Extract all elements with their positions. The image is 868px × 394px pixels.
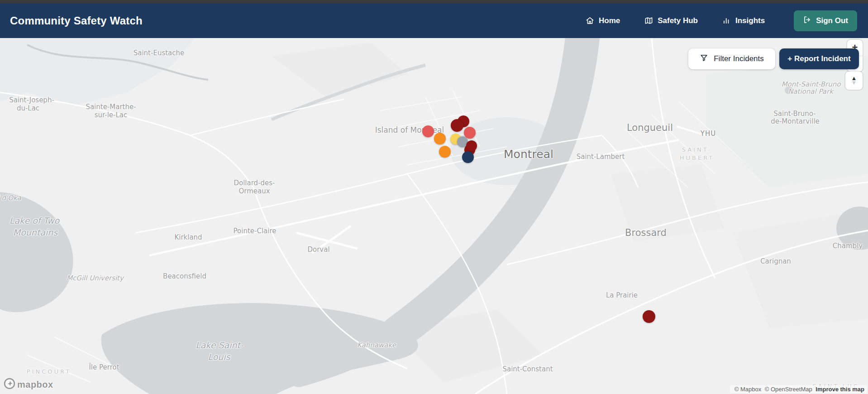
map-label: SAINT- (682, 146, 712, 153)
incident-marker-red[interactable] (464, 127, 476, 139)
nav-item-safety-hub[interactable]: Safety Hub (644, 16, 698, 25)
filter-incidents-label: Filter Incidents (714, 54, 764, 63)
incident-marker-dark_red[interactable] (451, 119, 463, 132)
map-label: Mountains (13, 227, 57, 237)
home-icon (586, 16, 594, 25)
sign-out-icon (803, 15, 811, 26)
map-label: Chambly (833, 242, 863, 250)
filter-funnel-icon (700, 53, 708, 64)
map-label: Saint-Constant (502, 365, 553, 373)
main-nav: Home Safety Hub Insights Sign Out (586, 10, 857, 31)
map-label: HUBERT (680, 154, 714, 161)
app-header: Community Safety Watch Home Safety Hub I… (0, 3, 868, 38)
map-label: Dorval (307, 245, 329, 254)
map-label: Carignan (760, 257, 791, 265)
bar-chart-icon (722, 16, 731, 25)
map-label: al d'Oka (0, 194, 21, 202)
map-label: de-Montarville (771, 117, 820, 125)
nav-item-label: Safety Hub (658, 16, 698, 25)
map-label: sur-le-Lac (95, 111, 128, 119)
map-label: National Park (788, 87, 833, 96)
map-label: Brossard (625, 227, 667, 238)
map-label: YHU (701, 130, 716, 138)
mapbox-logo-link[interactable]: mapbox (4, 378, 53, 391)
map-label: Louis (208, 352, 230, 362)
nav-item-insights[interactable]: Insights (722, 16, 765, 25)
map-icon (644, 16, 653, 25)
filter-incidents-button[interactable]: Filter Incidents (688, 48, 775, 69)
mapbox-logo-word: mapbox (17, 380, 53, 390)
map-label: Beaconsfield (163, 272, 206, 280)
map-label: Saint-Eustache (134, 49, 185, 57)
app-title: Community Safety Watch (10, 14, 143, 27)
map-label: Kirkland (174, 233, 202, 241)
sign-out-button[interactable]: Sign Out (794, 10, 857, 31)
incident-marker-orange[interactable] (439, 146, 451, 158)
map-label: du-Lac (17, 104, 39, 112)
map-label: Ormeaux (238, 187, 270, 195)
map-label: Longueuil (627, 122, 673, 133)
map-compass-button[interactable]: ▲ ▼ (845, 72, 863, 90)
incident-marker-dark_red[interactable] (643, 310, 655, 323)
map-label: Saint-Bruno- (773, 110, 816, 118)
sign-out-label: Sign Out (816, 16, 848, 25)
report-incident-button[interactable]: + Report Incident (779, 48, 859, 69)
map-label: Kahnawake (357, 341, 396, 349)
map-label: Pointe-Claire (234, 227, 277, 235)
report-incident-label: + Report Incident (787, 54, 850, 63)
map-label: Saint-Lambert (577, 153, 625, 161)
attribution-osm-link[interactable]: © OpenStreetMap (765, 386, 812, 393)
compass-south-icon: ▼ (851, 81, 857, 85)
map-canvas[interactable]: Saint-EustacheSaint-Joseph-du-LacSainte-… (0, 38, 868, 394)
improve-this-map-link[interactable]: Improve this map (816, 386, 864, 393)
nav-item-home[interactable]: Home (586, 16, 620, 25)
map-label: Lake Saint- (196, 340, 243, 350)
map-label: PINCOURT (27, 368, 71, 375)
map-terrain (0, 38, 868, 394)
mapbox-logo-icon (4, 378, 15, 391)
map-label: Saint-Joseph- (9, 96, 54, 104)
window-top-strip (0, 0, 868, 3)
map-label: La Prairie (606, 291, 638, 299)
incident-marker-navy[interactable] (462, 151, 474, 163)
nav-item-label: Home (599, 16, 620, 25)
map-label: Île Perrot (89, 363, 119, 371)
map-label: Lake of Two (10, 216, 59, 226)
map-attribution: © Mapbox © OpenStreetMap Improve this ma… (730, 385, 867, 393)
incident-marker-orange[interactable] (434, 133, 446, 144)
map-label: Sainte-Marthe- (86, 103, 136, 111)
map-label: Dollard-des- (234, 179, 275, 187)
incident-marker-red[interactable] (422, 125, 434, 137)
map-label: Montreal (504, 148, 553, 161)
nav-item-label: Insights (735, 16, 765, 25)
attribution-mapbox-link[interactable]: © Mapbox (734, 386, 761, 393)
incident-marker-dark_red[interactable] (466, 140, 477, 151)
map-label: McGill University (67, 274, 124, 282)
